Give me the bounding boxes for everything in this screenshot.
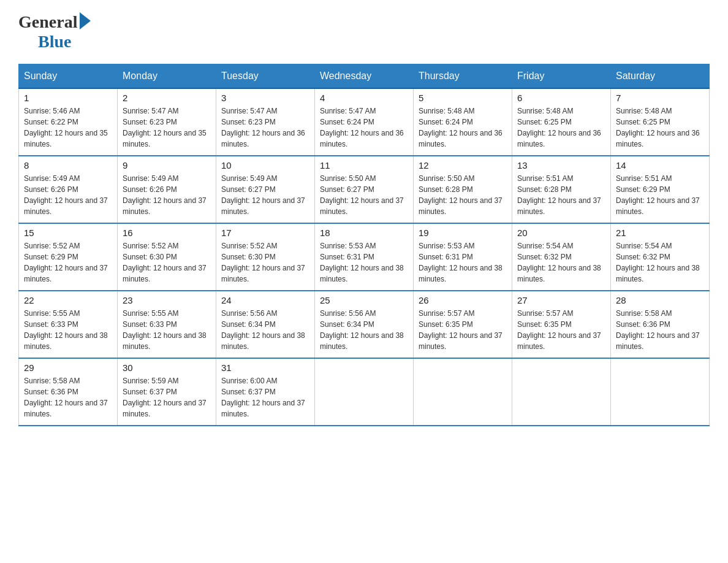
calendar-cell: 17 Sunrise: 5:52 AM Sunset: 6:30 PM Dayl…	[216, 223, 315, 291]
day-number: 28	[616, 295, 704, 305]
day-info: Sunrise: 5:47 AM Sunset: 6:23 PM Dayligh…	[221, 105, 309, 150]
day-info: Sunrise: 5:54 AM Sunset: 6:32 PM Dayligh…	[616, 240, 704, 285]
day-info: Sunrise: 5:58 AM Sunset: 6:36 PM Dayligh…	[24, 375, 112, 419]
calendar-cell	[512, 358, 611, 426]
day-info: Sunrise: 6:00 AM Sunset: 6:37 PM Dayligh…	[221, 375, 309, 419]
calendar-week-row: 15 Sunrise: 5:52 AM Sunset: 6:29 PM Dayl…	[19, 223, 710, 291]
day-number: 23	[123, 295, 211, 305]
day-info: Sunrise: 5:51 AM Sunset: 6:28 PM Dayligh…	[517, 173, 605, 217]
calendar-cell: 26 Sunrise: 5:57 AM Sunset: 6:35 PM Dayl…	[414, 291, 512, 358]
day-info: Sunrise: 5:57 AM Sunset: 6:35 PM Dayligh…	[419, 308, 507, 352]
calendar-cell: 27 Sunrise: 5:57 AM Sunset: 6:35 PM Dayl…	[512, 291, 611, 358]
day-info: Sunrise: 5:55 AM Sunset: 6:33 PM Dayligh…	[123, 308, 211, 352]
calendar-week-row: 1 Sunrise: 5:46 AM Sunset: 6:22 PM Dayli…	[19, 88, 710, 156]
day-info: Sunrise: 5:53 AM Sunset: 6:31 PM Dayligh…	[320, 240, 408, 285]
calendar-week-row: 29 Sunrise: 5:58 AM Sunset: 6:36 PM Dayl…	[19, 358, 710, 426]
calendar-cell: 8 Sunrise: 5:49 AM Sunset: 6:26 PM Dayli…	[19, 156, 118, 223]
day-info: Sunrise: 5:51 AM Sunset: 6:29 PM Dayligh…	[616, 173, 704, 217]
column-header-monday: Monday	[118, 64, 216, 89]
day-info: Sunrise: 5:53 AM Sunset: 6:31 PM Dayligh…	[419, 240, 507, 285]
day-number: 13	[517, 160, 605, 170]
calendar-cell: 20 Sunrise: 5:54 AM Sunset: 6:32 PM Dayl…	[512, 223, 611, 291]
calendar-cell: 11 Sunrise: 5:50 AM Sunset: 6:27 PM Dayl…	[315, 156, 414, 223]
calendar-cell: 4 Sunrise: 5:47 AM Sunset: 6:24 PM Dayli…	[315, 88, 414, 156]
calendar-cell: 15 Sunrise: 5:52 AM Sunset: 6:29 PM Dayl…	[19, 223, 118, 291]
calendar-cell: 23 Sunrise: 5:55 AM Sunset: 6:33 PM Dayl…	[118, 291, 216, 358]
day-info: Sunrise: 5:48 AM Sunset: 6:25 PM Dayligh…	[616, 105, 704, 150]
column-header-sunday: Sunday	[19, 64, 118, 89]
day-info: Sunrise: 5:49 AM Sunset: 6:27 PM Dayligh…	[221, 173, 309, 217]
calendar-cell	[414, 358, 512, 426]
calendar-table: SundayMondayTuesdayWednesdayThursdayFrid…	[18, 64, 710, 426]
calendar-week-row: 8 Sunrise: 5:49 AM Sunset: 6:26 PM Dayli…	[19, 156, 710, 223]
calendar-cell: 21 Sunrise: 5:54 AM Sunset: 6:32 PM Dayl…	[611, 223, 710, 291]
day-number: 9	[123, 160, 211, 170]
calendar-cell: 28 Sunrise: 5:58 AM Sunset: 6:36 PM Dayl…	[611, 291, 710, 358]
column-header-thursday: Thursday	[414, 64, 512, 89]
day-info: Sunrise: 5:56 AM Sunset: 6:34 PM Dayligh…	[221, 308, 309, 352]
logo-arrow-icon	[80, 12, 91, 29]
logo-general-text: General	[18, 12, 77, 32]
day-number: 6	[517, 93, 605, 103]
calendar-cell: 14 Sunrise: 5:51 AM Sunset: 6:29 PM Dayl…	[611, 156, 710, 223]
day-info: Sunrise: 5:52 AM Sunset: 6:29 PM Dayligh…	[24, 240, 112, 285]
calendar-cell: 12 Sunrise: 5:50 AM Sunset: 6:28 PM Dayl…	[414, 156, 512, 223]
day-info: Sunrise: 5:52 AM Sunset: 6:30 PM Dayligh…	[221, 240, 309, 285]
day-info: Sunrise: 5:57 AM Sunset: 6:35 PM Dayligh…	[517, 308, 605, 352]
day-number: 5	[419, 93, 507, 103]
calendar-cell: 7 Sunrise: 5:48 AM Sunset: 6:25 PM Dayli…	[611, 88, 710, 156]
calendar-cell	[315, 358, 414, 426]
day-info: Sunrise: 5:49 AM Sunset: 6:26 PM Dayligh…	[123, 173, 211, 217]
day-info: Sunrise: 5:52 AM Sunset: 6:30 PM Dayligh…	[123, 240, 211, 285]
calendar-cell: 22 Sunrise: 5:55 AM Sunset: 6:33 PM Dayl…	[19, 291, 118, 358]
day-number: 31	[221, 362, 309, 373]
day-number: 29	[24, 362, 112, 373]
day-info: Sunrise: 5:58 AM Sunset: 6:36 PM Dayligh…	[616, 308, 704, 352]
day-number: 16	[123, 228, 211, 238]
day-info: Sunrise: 5:56 AM Sunset: 6:34 PM Dayligh…	[320, 308, 408, 352]
day-number: 27	[517, 295, 605, 305]
day-info: Sunrise: 5:54 AM Sunset: 6:32 PM Dayligh…	[517, 240, 605, 285]
calendar-header-row: SundayMondayTuesdayWednesdayThursdayFrid…	[19, 64, 710, 89]
calendar-cell: 13 Sunrise: 5:51 AM Sunset: 6:28 PM Dayl…	[512, 156, 611, 223]
day-number: 8	[24, 160, 112, 170]
day-number: 21	[616, 228, 704, 238]
day-number: 12	[419, 160, 507, 170]
calendar-cell: 30 Sunrise: 5:59 AM Sunset: 6:37 PM Dayl…	[118, 358, 216, 426]
day-info: Sunrise: 5:59 AM Sunset: 6:37 PM Dayligh…	[123, 375, 211, 419]
day-info: Sunrise: 5:46 AM Sunset: 6:22 PM Dayligh…	[24, 105, 112, 150]
logo: General Blue	[18, 12, 91, 52]
day-number: 19	[419, 228, 507, 238]
day-info: Sunrise: 5:48 AM Sunset: 6:25 PM Dayligh…	[517, 105, 605, 150]
day-number: 1	[24, 93, 112, 103]
day-number: 4	[320, 93, 408, 103]
day-number: 3	[221, 93, 309, 103]
calendar-cell: 9 Sunrise: 5:49 AM Sunset: 6:26 PM Dayli…	[118, 156, 216, 223]
calendar-cell: 25 Sunrise: 5:56 AM Sunset: 6:34 PM Dayl…	[315, 291, 414, 358]
day-number: 18	[320, 228, 408, 238]
calendar-cell: 19 Sunrise: 5:53 AM Sunset: 6:31 PM Dayl…	[414, 223, 512, 291]
day-number: 17	[221, 228, 309, 238]
calendar-cell: 24 Sunrise: 5:56 AM Sunset: 6:34 PM Dayl…	[216, 291, 315, 358]
page-header: General Blue	[18, 12, 710, 52]
day-number: 7	[616, 93, 704, 103]
day-number: 10	[221, 160, 309, 170]
day-number: 22	[24, 295, 112, 305]
logo-blue-text: Blue	[38, 32, 71, 52]
day-number: 20	[517, 228, 605, 238]
calendar-week-row: 22 Sunrise: 5:55 AM Sunset: 6:33 PM Dayl…	[19, 291, 710, 358]
day-number: 11	[320, 160, 408, 170]
day-info: Sunrise: 5:47 AM Sunset: 6:23 PM Dayligh…	[123, 105, 211, 150]
calendar-cell: 3 Sunrise: 5:47 AM Sunset: 6:23 PM Dayli…	[216, 88, 315, 156]
day-number: 2	[123, 93, 211, 103]
day-info: Sunrise: 5:50 AM Sunset: 6:27 PM Dayligh…	[320, 173, 408, 217]
calendar-cell: 18 Sunrise: 5:53 AM Sunset: 6:31 PM Dayl…	[315, 223, 414, 291]
column-header-saturday: Saturday	[611, 64, 710, 89]
day-info: Sunrise: 5:49 AM Sunset: 6:26 PM Dayligh…	[24, 173, 112, 217]
calendar-cell	[611, 358, 710, 426]
day-number: 15	[24, 228, 112, 238]
day-info: Sunrise: 5:47 AM Sunset: 6:24 PM Dayligh…	[320, 105, 408, 150]
calendar-cell: 29 Sunrise: 5:58 AM Sunset: 6:36 PM Dayl…	[19, 358, 118, 426]
calendar-cell: 31 Sunrise: 6:00 AM Sunset: 6:37 PM Dayl…	[216, 358, 315, 426]
day-number: 30	[123, 362, 211, 373]
